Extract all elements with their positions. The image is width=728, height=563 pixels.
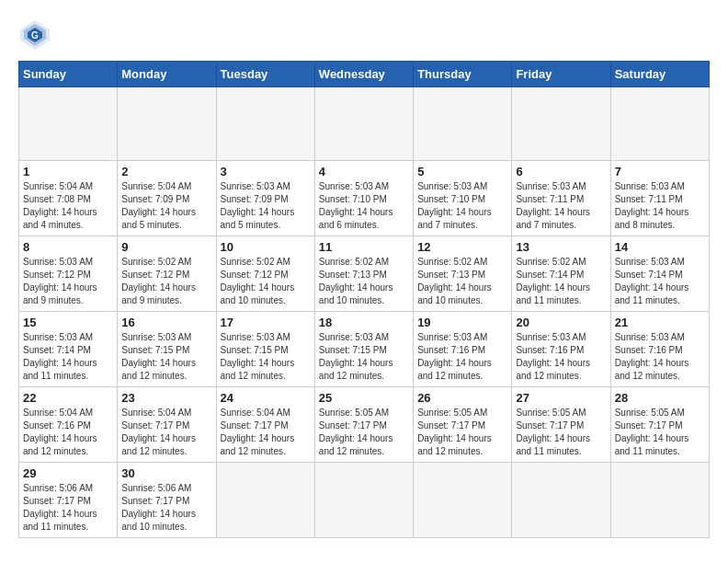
day-detail: Sunrise: 5:03 AMSunset: 7:15 PMDaylight:… [221, 331, 311, 383]
day-detail: Sunrise: 5:03 AMSunset: 7:14 PMDaylight:… [23, 331, 113, 383]
day-detail: Sunrise: 5:06 AMSunset: 7:17 PMDaylight:… [23, 482, 113, 534]
day-number: 17 [221, 316, 311, 329]
calendar-cell: 15Sunrise: 5:03 AMSunset: 7:14 PMDayligh… [19, 312, 118, 387]
day-number: 24 [221, 391, 311, 405]
calendar-cell: 26Sunrise: 5:05 AMSunset: 7:17 PMDayligh… [414, 387, 512, 463]
logo-icon: G [18, 18, 51, 52]
day-number: 1 [23, 165, 113, 178]
calendar-cell [314, 87, 413, 161]
day-number: 28 [615, 391, 705, 405]
day-header-saturday: Saturday [610, 62, 709, 87]
day-header-thursday: Thursday [414, 62, 512, 87]
calendar-cell: 14Sunrise: 5:03 AMSunset: 7:14 PMDayligh… [610, 236, 709, 312]
calendar-cell: 16Sunrise: 5:03 AMSunset: 7:15 PMDayligh… [118, 312, 216, 387]
day-detail: Sunrise: 5:03 AMSunset: 7:10 PMDaylight:… [417, 180, 507, 232]
day-detail: Sunrise: 5:03 AMSunset: 7:16 PMDaylight:… [417, 331, 507, 383]
day-detail: Sunrise: 5:04 AMSunset: 7:08 PMDaylight:… [23, 180, 113, 232]
calendar-cell: 7Sunrise: 5:03 AMSunset: 7:11 PMDaylight… [610, 161, 709, 236]
calendar-week-row: 1Sunrise: 5:04 AMSunset: 7:08 PMDaylight… [19, 161, 710, 236]
calendar-cell [414, 463, 512, 538]
day-number: 4 [319, 165, 409, 178]
day-detail: Sunrise: 5:02 AMSunset: 7:13 PMDaylight:… [319, 256, 409, 307]
day-header-wednesday: Wednesday [314, 62, 413, 87]
day-number: 9 [121, 240, 211, 254]
calendar-week-row: 22Sunrise: 5:04 AMSunset: 7:16 PMDayligh… [19, 387, 710, 463]
calendar-header-row: SundayMondayTuesdayWednesdayThursdayFrid… [19, 62, 710, 87]
day-number: 16 [121, 316, 211, 329]
day-header-tuesday: Tuesday [216, 62, 314, 87]
day-number: 29 [23, 466, 113, 480]
calendar-cell: 11Sunrise: 5:02 AMSunset: 7:13 PMDayligh… [314, 236, 413, 312]
calendar-cell [216, 87, 314, 161]
day-number: 3 [221, 165, 311, 178]
day-number: 2 [121, 165, 211, 178]
day-number: 23 [121, 391, 211, 405]
day-number: 15 [23, 316, 113, 329]
calendar-cell: 8Sunrise: 5:03 AMSunset: 7:12 PMDaylight… [19, 236, 118, 312]
day-number: 27 [516, 391, 606, 405]
calendar-cell: 28Sunrise: 5:05 AMSunset: 7:17 PMDayligh… [610, 387, 709, 463]
day-number: 13 [516, 240, 606, 254]
day-detail: Sunrise: 5:03 AMSunset: 7:10 PMDaylight:… [319, 180, 409, 232]
day-number: 22 [23, 391, 113, 405]
calendar-cell: 3Sunrise: 5:03 AMSunset: 7:09 PMDaylight… [216, 161, 314, 236]
day-detail: Sunrise: 5:03 AMSunset: 7:11 PMDaylight:… [516, 180, 606, 232]
day-detail: Sunrise: 5:05 AMSunset: 7:17 PMDaylight:… [516, 407, 606, 458]
calendar-cell: 10Sunrise: 5:02 AMSunset: 7:12 PMDayligh… [216, 236, 314, 312]
calendar-cell: 23Sunrise: 5:04 AMSunset: 7:17 PMDayligh… [118, 387, 216, 463]
calendar-cell: 19Sunrise: 5:03 AMSunset: 7:16 PMDayligh… [414, 312, 512, 387]
calendar-cell: 2Sunrise: 5:04 AMSunset: 7:09 PMDaylight… [118, 161, 216, 236]
calendar-cell: 1Sunrise: 5:04 AMSunset: 7:08 PMDaylight… [19, 161, 118, 236]
calendar-cell [512, 463, 610, 538]
day-detail: Sunrise: 5:04 AMSunset: 7:09 PMDaylight:… [121, 180, 211, 232]
calendar-week-row: 15Sunrise: 5:03 AMSunset: 7:14 PMDayligh… [19, 312, 710, 387]
calendar-cell: 17Sunrise: 5:03 AMSunset: 7:15 PMDayligh… [216, 312, 314, 387]
calendar-cell [314, 463, 413, 538]
day-number: 18 [319, 316, 409, 329]
calendar-cell: 20Sunrise: 5:03 AMSunset: 7:16 PMDayligh… [512, 312, 610, 387]
day-detail: Sunrise: 5:03 AMSunset: 7:15 PMDaylight:… [319, 331, 409, 383]
day-detail: Sunrise: 5:02 AMSunset: 7:13 PMDaylight:… [417, 256, 507, 307]
day-number: 5 [417, 165, 507, 178]
day-detail: Sunrise: 5:03 AMSunset: 7:14 PMDaylight:… [615, 256, 705, 307]
calendar-cell: 18Sunrise: 5:03 AMSunset: 7:15 PMDayligh… [314, 312, 413, 387]
calendar-cell: 25Sunrise: 5:05 AMSunset: 7:17 PMDayligh… [314, 387, 413, 463]
day-number: 8 [23, 240, 113, 254]
calendar-cell: 29Sunrise: 5:06 AMSunset: 7:17 PMDayligh… [19, 463, 118, 538]
calendar-cell [610, 463, 709, 538]
day-detail: Sunrise: 5:03 AMSunset: 7:11 PMDaylight:… [615, 180, 705, 232]
day-detail: Sunrise: 5:02 AMSunset: 7:14 PMDaylight:… [516, 256, 606, 307]
day-detail: Sunrise: 5:05 AMSunset: 7:17 PMDaylight:… [417, 407, 507, 458]
calendar-table: SundayMondayTuesdayWednesdayThursdayFrid… [18, 61, 710, 538]
calendar-week-row: 8Sunrise: 5:03 AMSunset: 7:12 PMDaylight… [19, 236, 710, 312]
calendar-week-row: 29Sunrise: 5:06 AMSunset: 7:17 PMDayligh… [19, 463, 710, 538]
day-detail: Sunrise: 5:04 AMSunset: 7:16 PMDaylight:… [23, 407, 113, 458]
day-detail: Sunrise: 5:03 AMSunset: 7:15 PMDaylight:… [121, 331, 211, 383]
calendar-cell [610, 87, 709, 161]
calendar-cell: 21Sunrise: 5:03 AMSunset: 7:16 PMDayligh… [610, 312, 709, 387]
day-number: 19 [417, 316, 507, 329]
svg-text:G: G [31, 30, 39, 40]
day-detail: Sunrise: 5:03 AMSunset: 7:09 PMDaylight:… [221, 180, 311, 232]
calendar-cell: 30Sunrise: 5:06 AMSunset: 7:17 PMDayligh… [118, 463, 216, 538]
day-header-monday: Monday [118, 62, 216, 87]
day-detail: Sunrise: 5:03 AMSunset: 7:16 PMDaylight:… [516, 331, 606, 383]
calendar-cell: 6Sunrise: 5:03 AMSunset: 7:11 PMDaylight… [512, 161, 610, 236]
day-detail: Sunrise: 5:02 AMSunset: 7:12 PMDaylight:… [221, 256, 311, 307]
day-number: 7 [615, 165, 705, 178]
day-detail: Sunrise: 5:06 AMSunset: 7:17 PMDaylight:… [121, 482, 211, 534]
day-detail: Sunrise: 5:04 AMSunset: 7:17 PMDaylight:… [121, 407, 211, 458]
calendar-cell [19, 87, 118, 161]
day-number: 26 [417, 391, 507, 405]
day-detail: Sunrise: 5:02 AMSunset: 7:12 PMDaylight:… [121, 256, 211, 307]
day-number: 14 [615, 240, 705, 254]
calendar-cell: 12Sunrise: 5:02 AMSunset: 7:13 PMDayligh… [414, 236, 512, 312]
calendar-cell: 5Sunrise: 5:03 AMSunset: 7:10 PMDaylight… [414, 161, 512, 236]
calendar-cell: 9Sunrise: 5:02 AMSunset: 7:12 PMDaylight… [118, 236, 216, 312]
day-detail: Sunrise: 5:05 AMSunset: 7:17 PMDaylight:… [615, 407, 705, 458]
calendar-cell: 27Sunrise: 5:05 AMSunset: 7:17 PMDayligh… [512, 387, 610, 463]
page-header: G [18, 18, 710, 52]
day-number: 11 [319, 240, 409, 254]
calendar-week-row [19, 87, 710, 161]
calendar-cell: 22Sunrise: 5:04 AMSunset: 7:16 PMDayligh… [19, 387, 118, 463]
